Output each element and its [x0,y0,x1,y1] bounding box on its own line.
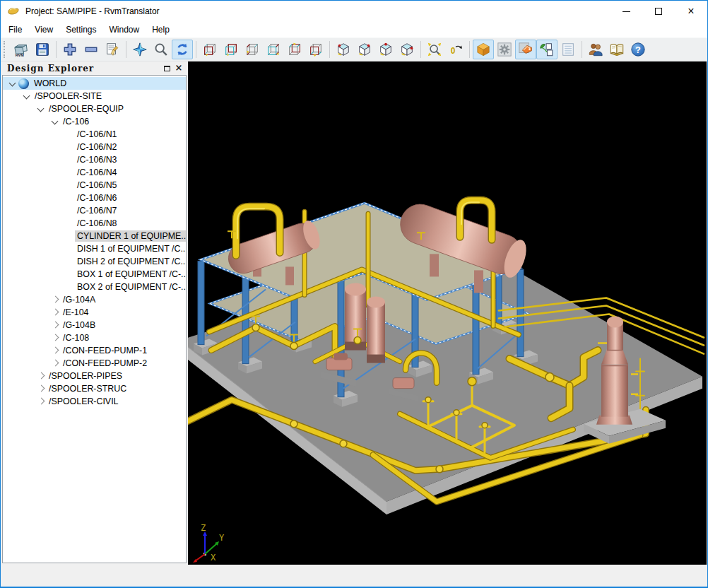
view-left-button[interactable] [242,40,263,59]
float-icon [164,66,170,71]
tree-item[interactable]: /G-104A [3,293,186,306]
chevron-right-icon[interactable] [35,370,47,382]
save-icon [35,42,50,57]
tree-item[interactable]: /C-106/N6 [3,192,186,204]
tree-export-button[interactable] [536,40,557,59]
chevron-down-icon[interactable] [35,103,47,114]
save-button[interactable] [32,40,53,59]
tree-item-label: /C-106/N1 [75,129,119,140]
tree-item[interactable]: /C-106/N2 [3,141,186,153]
help-button[interactable]: ? [627,40,649,59]
tree-item[interactable]: /SPOOLER-EQUIP [3,102,186,115]
view-back-button[interactable] [220,40,242,59]
tree-item-label: /C-106/N3 [75,154,119,165]
maximize-button[interactable] [642,1,675,22]
pan-star-button[interactable] [129,40,151,59]
rotate-reset-button[interactable]: 0 [445,40,466,59]
tree-item[interactable]: /G-104B [3,319,186,331]
panel-close-button[interactable]: × [175,64,184,73]
shaded-cube-icon [476,42,491,57]
clear-document-icon [105,42,120,57]
toolbar-grip[interactable] [4,41,8,58]
tree-item[interactable]: /E-104 [3,306,186,319]
tree-item[interactable]: /C-106/N1 [3,128,186,141]
menu-view[interactable]: View [28,23,59,37]
chevron-right-icon[interactable] [49,358,61,369]
tree-item-label: /C-106/N6 [75,192,119,204]
view-front-button[interactable] [199,40,220,59]
view-iso-1-cube-icon [336,42,351,57]
toolbar-separator [126,41,126,58]
view-right-button[interactable] [263,40,284,59]
tree-item[interactable]: CYLINDER 1 of EQUIPME... [3,230,186,242]
zoom-fit-button[interactable] [424,40,445,59]
tree-item[interactable]: /SPOOLER-STRUC [3,382,186,395]
tree-item[interactable]: /C-106/N8 [3,217,186,230]
tree-item[interactable]: BOX 1 of EQUIPMENT /C-... [3,268,186,281]
close-button[interactable]: × [675,1,707,22]
manual-button[interactable] [606,40,627,59]
panel-float-button[interactable] [163,64,172,73]
chevron-placeholder [64,167,75,178]
chevron-right-icon[interactable] [35,396,47,407]
window-title: Project: SAM/PIPE - RvmTranslator [25,6,160,16]
viewport-3d-scene[interactable]: Z Y X [188,61,707,565]
tree-item[interactable]: BOX 2 of EQUIPMENT /C-... [3,281,186,293]
axis-y-label: Y [219,533,225,543]
tree-item[interactable]: /C-108 [3,331,186,344]
report-list-button[interactable] [557,40,579,59]
vertical-vessel-2[interactable] [367,296,385,363]
add-button[interactable] [59,40,81,59]
clear-button[interactable] [102,40,123,59]
tag-labels-button[interactable] [515,40,536,59]
status-bar [1,565,707,587]
tree-item[interactable]: /CON-FEED-PUMP-2 [3,357,186,370]
chevron-down-icon[interactable] [49,116,61,127]
view-bottom-button[interactable] [305,40,326,59]
minimize-button[interactable] [610,1,642,22]
users-icon [588,42,603,57]
chevron-right-icon[interactable] [49,345,61,356]
settings-button[interactable] [494,40,515,59]
tree-item-label: /E-104 [61,307,91,318]
view-iso-2-button[interactable] [354,40,375,59]
tree-item[interactable]: /CON-FEED-PUMP-1 [3,344,186,357]
tree-item[interactable]: /C-106/N5 [3,179,186,192]
toolbar-separator [56,41,57,58]
chevron-down-icon[interactable] [7,78,18,89]
menu-settings[interactable]: Settings [59,23,102,37]
menu-window[interactable]: Window [103,23,146,37]
tree-item[interactable]: /C-106/N4 [3,166,186,179]
tree-item[interactable]: /C-106 [3,115,186,128]
chevron-down-icon[interactable] [21,90,33,102]
tree-item[interactable]: /SPOOLER-PIPES [3,370,186,382]
maximize-icon [655,8,662,15]
remove-button[interactable] [81,40,102,59]
open-rvm-button[interactable]: RVM [11,40,32,59]
menu-file[interactable]: File [2,23,28,37]
minus-icon [83,42,99,57]
tree-item[interactable]: /C-106/N3 [3,153,186,166]
chevron-right-icon[interactable] [49,307,61,318]
tree-item[interactable]: DISH 2 of EQUIPMENT /C... [3,255,186,268]
title-bar[interactable]: Project: SAM/PIPE - RvmTranslator × [1,1,707,22]
tree-item[interactable]: /SPOOLER-SITE [3,90,186,102]
tree-item[interactable]: /SPOOLER-CIVIL [3,395,186,408]
shaded-mode-button[interactable] [473,40,494,59]
users-button[interactable] [585,40,606,59]
svg-text:?: ? [635,45,641,55]
chevron-right-icon[interactable] [49,332,61,343]
tree-item[interactable]: DISH 1 of EQUIPMENT /C... [3,242,186,255]
view-top-button[interactable] [284,40,305,59]
tree-item[interactable]: /C-106/N7 [3,204,186,217]
chevron-right-icon[interactable] [49,319,61,331]
refresh-button[interactable] [172,40,193,59]
view-iso-1-button[interactable] [333,40,354,59]
tree-item[interactable]: WORLD [3,77,186,90]
view-iso-3-button[interactable] [375,40,396,59]
view-iso-4-button[interactable] [396,40,418,59]
chevron-right-icon[interactable] [49,294,61,305]
zoom-button[interactable] [151,40,172,59]
chevron-right-icon[interactable] [35,383,47,394]
menu-help[interactable]: Help [146,23,176,37]
